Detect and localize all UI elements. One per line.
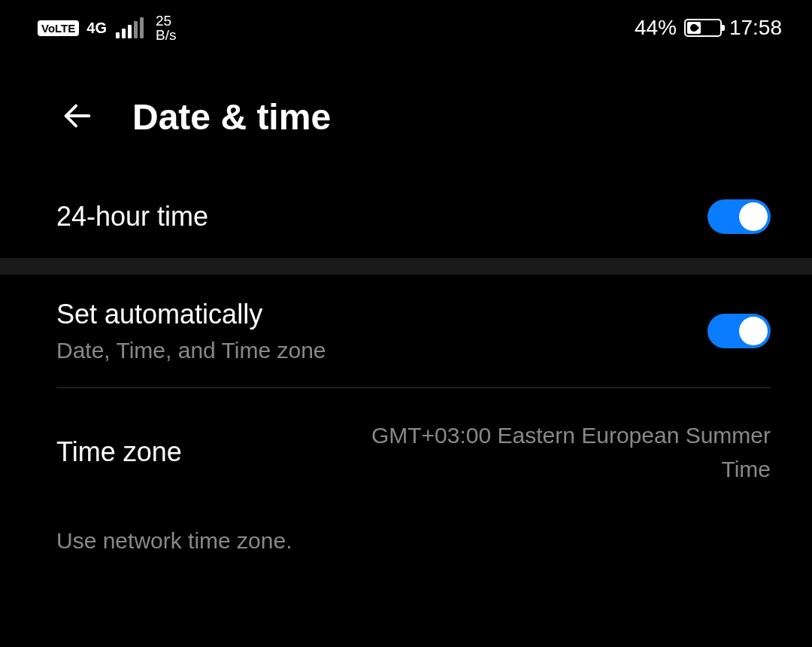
status-bar: VoLTE 4G 25 B/s 44% 17:58 [0, 0, 812, 51]
clock-time: 17:58 [729, 16, 782, 40]
page-title: Date & time [132, 96, 331, 138]
status-right: 44% 17:58 [635, 16, 782, 40]
setting-sublabel: Date, Time, and Time zone [56, 338, 326, 363]
page-header: Date & time [0, 51, 812, 175]
setting-label: Set automatically [56, 299, 326, 330]
volte-badge: VoLTE [38, 20, 79, 36]
setting-time-zone[interactable]: Time zone GMT+03:00 Eastern European Sum… [0, 388, 812, 516]
status-left: VoLTE 4G 25 B/s [38, 14, 176, 42]
setting-label: Time zone [56, 436, 182, 468]
battery-percent: 44% [635, 16, 677, 40]
back-arrow-icon[interactable] [60, 99, 95, 136]
speed-value: 25 [156, 14, 176, 28]
network-type-label: 4G [86, 20, 107, 35]
setting-label: 24-hour time [56, 201, 208, 232]
setting-24-hour-time[interactable]: 24-hour time [0, 175, 812, 258]
toggle-24-hour-time[interactable] [707, 199, 771, 234]
signal-wrapper: 4G [86, 20, 108, 35]
section-divider [0, 258, 812, 275]
setting-set-automatically[interactable]: Set automatically Date, Time, and Time z… [0, 275, 812, 387]
speed-indicator: 25 B/s [156, 14, 176, 42]
signal-bars-icon [116, 17, 144, 38]
timezone-value: GMT+03:00 Eastern European Summer Time [320, 418, 771, 486]
footer-hint: Use network time zone. [0, 516, 812, 554]
battery-icon [684, 19, 722, 37]
toggle-set-automatically[interactable] [707, 314, 771, 348]
speed-unit: B/s [156, 28, 176, 42]
leaf-icon [689, 23, 699, 33]
settings-list: 24-hour time Set automatically Date, Tim… [0, 175, 812, 554]
